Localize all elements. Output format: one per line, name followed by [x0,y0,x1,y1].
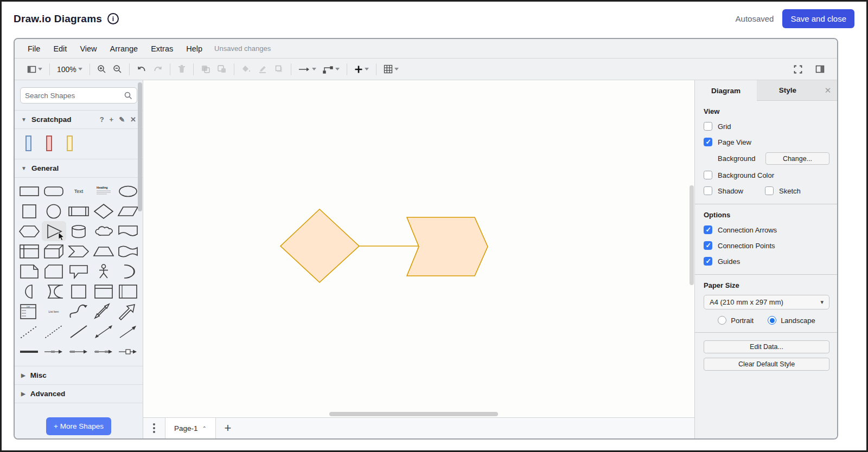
shadow-checkbox[interactable] [704,186,712,195]
connection-style-button[interactable] [296,63,319,75]
undo-button[interactable] [134,63,149,76]
search-shapes-box[interactable] [20,87,137,104]
step-chevron-shape[interactable] [407,217,488,276]
scratchpad-close-icon[interactable]: ✕ [130,115,136,124]
shape-triangle[interactable] [42,221,67,241]
shape-tape[interactable] [116,241,141,261]
shape-note[interactable] [17,261,42,281]
shape-circle[interactable] [42,201,67,221]
connector-arrow[interactable] [359,243,424,249]
shape-container[interactable] [66,281,91,301]
shape-or[interactable] [116,261,141,281]
shape-actor[interactable] [91,261,116,281]
paper-size-select[interactable]: A4 (210 mm x 297 mm) ▾ [704,295,829,309]
pages-menu-button[interactable] [143,418,165,438]
tab-style[interactable]: Style [757,80,819,101]
menu-file[interactable]: File [22,42,46,56]
add-page-button[interactable]: + [216,418,240,438]
shape-data-storage[interactable] [42,281,67,301]
search-shapes-input[interactable] [25,92,124,100]
tab-diagram[interactable]: Diagram [695,80,757,101]
page-tab[interactable]: Page-1 ⌃ [165,418,216,438]
change-background-button[interactable]: Change... [765,152,829,165]
shape-parallelogram[interactable] [116,201,141,221]
shape-dotted-line[interactable] [17,321,42,341]
scratchpad-add-icon[interactable]: + [110,115,114,124]
shape-arrow-label-1[interactable] [42,341,67,361]
zoom-out-button[interactable] [110,62,125,76]
connection-points-checkbox[interactable] [704,241,712,250]
shape-dashed-line[interactable] [42,321,67,341]
shape-ellipse[interactable] [116,181,141,201]
shape-bidirectional-arrow[interactable] [91,301,116,321]
scratchpad-red-item[interactable] [46,135,52,151]
shape-text[interactable]: Text [66,181,91,201]
shape-arrow-label-3[interactable] [91,341,116,361]
shape-square[interactable] [17,201,42,221]
format-panel-toggle-button[interactable] [813,63,827,76]
info-icon[interactable]: i [107,13,119,24]
shape-card[interactable] [42,261,67,281]
menu-help[interactable]: Help [181,42,208,56]
shape-arrow-label-2[interactable] [66,341,91,361]
shape-callout[interactable] [66,261,91,281]
scratchpad-blue-item[interactable] [25,135,31,151]
shape-cube[interactable] [42,241,67,261]
shape-curve[interactable] [66,301,91,321]
diagram-canvas[interactable] [143,80,694,417]
edit-data-button[interactable]: Edit Data... [704,340,829,353]
shape-internal-storage[interactable] [17,241,42,261]
shape-cylinder[interactable] [66,221,91,241]
zoom-in-button[interactable] [94,62,109,76]
shape-step[interactable] [66,241,91,261]
scratchpad-yellow-item[interactable] [67,135,73,151]
general-section-header[interactable]: ▼ General [15,159,143,178]
menu-view[interactable]: View [74,42,102,56]
shape-hexagon[interactable] [17,221,42,241]
shape-arrow-shape[interactable] [116,301,141,321]
sidebar-scrollbar[interactable] [138,82,142,211]
shape-rounded-rectangle[interactable] [42,181,67,201]
connection-arrows-checkbox[interactable] [704,225,712,234]
page-view-checkbox[interactable] [704,138,712,146]
scratchpad-header[interactable]: ▼ Scratchpad ? + ✎ ✕ [15,111,143,129]
advanced-section-header[interactable]: ▶ Advanced [15,385,143,403]
zoom-level-dropdown[interactable]: 100% [54,63,85,76]
shape-process[interactable] [66,201,91,221]
shape-and[interactable] [17,281,42,301]
save-and-close-button[interactable]: Save and close [782,9,854,28]
menu-arrange[interactable]: Arrange [105,42,144,56]
clear-default-style-button[interactable]: Clear Default Style [704,358,829,371]
shape-heading[interactable]: Heading [91,181,116,201]
more-shapes-button[interactable]: + More Shapes [46,417,111,435]
shape-container-title[interactable] [91,281,116,301]
diamond-shape[interactable] [280,209,359,282]
waypoints-button[interactable] [320,62,342,76]
insert-button[interactable] [352,63,372,76]
scratchpad-help-icon[interactable]: ? [100,115,104,124]
shape-directional-connector[interactable] [116,321,141,341]
grid-checkbox[interactable] [704,122,712,131]
close-panel-icon[interactable]: ✕ [819,80,837,101]
table-button[interactable] [381,62,401,76]
landscape-radio[interactable] [768,316,776,325]
fullscreen-button[interactable] [791,63,805,76]
shape-vertical-container[interactable] [116,281,141,301]
menu-extras[interactable]: Extras [145,42,178,56]
shape-bidirectional-connector[interactable] [91,321,116,341]
shape-rectangle[interactable] [17,181,42,201]
misc-section-header[interactable]: ▶ Misc [15,366,143,385]
view-panel-button[interactable] [24,63,45,76]
shape-link[interactable] [17,341,42,361]
shape-arrow-box[interactable] [116,341,141,361]
canvas-horizontal-scrollbar[interactable] [329,412,498,416]
canvas-vertical-scrollbar[interactable] [690,185,694,285]
scratchpad-edit-icon[interactable]: ✎ [119,115,125,124]
shape-list-item[interactable]: List Item [42,301,67,321]
guides-checkbox[interactable] [704,257,712,266]
menu-edit[interactable]: Edit [48,42,72,56]
background-color-checkbox[interactable] [704,171,712,179]
portrait-radio[interactable] [718,316,726,325]
sketch-checkbox[interactable] [765,186,774,195]
shape-list[interactable]: List [17,301,42,321]
